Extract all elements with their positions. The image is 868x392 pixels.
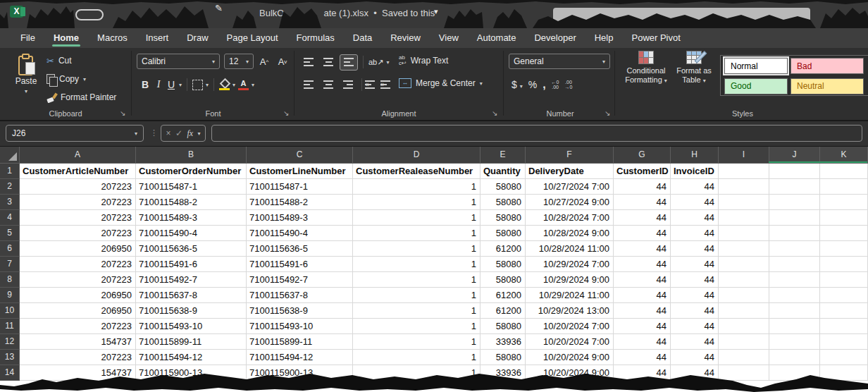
cell-A7[interactable]: 207223	[20, 257, 136, 272]
cell-I2[interactable]	[719, 179, 769, 195]
cell-E6[interactable]: 61200	[480, 241, 526, 257]
cell-K2[interactable]	[820, 179, 868, 195]
cell-H5[interactable]: 44	[671, 226, 719, 241]
number-dialog-launcher-icon[interactable]: ↘	[604, 109, 610, 117]
insert-function-icon[interactable]: fx	[187, 128, 193, 139]
cell-I3[interactable]	[719, 195, 769, 210]
align-top-button[interactable]	[300, 55, 317, 70]
cell-D13[interactable]: 1	[353, 350, 480, 365]
percent-button[interactable]: %	[528, 79, 537, 90]
row-header-12[interactable]: 12	[0, 334, 20, 350]
cell-F4[interactable]: 10/28/2024 7:00	[526, 210, 614, 226]
row-header-4[interactable]: 4	[0, 210, 20, 226]
orientation-chevron-icon[interactable]: ▾	[386, 59, 389, 66]
row-header-8[interactable]: 8	[0, 272, 20, 288]
row-header-13[interactable]: 13	[0, 350, 20, 365]
font-name-combo[interactable]: Calibri ▾	[137, 54, 220, 69]
conditional-formatting-button[interactable]: Conditional Formatting ▾	[621, 51, 671, 85]
cell-I10[interactable]	[719, 303, 769, 319]
column-header-D[interactable]: D	[353, 147, 480, 164]
tab-insert[interactable]: Insert	[137, 28, 178, 48]
tab-data[interactable]: Data	[344, 28, 381, 48]
cell-F6[interactable]: 10/28/2024 11:00	[526, 241, 614, 257]
cell-E9[interactable]: 61200	[480, 288, 526, 303]
cell-D11[interactable]: 1	[353, 319, 480, 334]
cell-E13[interactable]: 58080	[480, 350, 526, 365]
cell-F12[interactable]: 10/20/2024 7:00	[526, 334, 614, 350]
row-header-11[interactable]: 11	[0, 319, 20, 334]
cut-button[interactable]: ✂ Cut	[46, 54, 72, 68]
alignment-dialog-launcher-icon[interactable]: ↘	[492, 109, 497, 117]
row-header-14[interactable]: 14	[0, 365, 20, 381]
select-all-corner[interactable]	[0, 147, 20, 164]
tab-formulas[interactable]: Formulas	[287, 28, 344, 48]
search-box-remnant[interactable]	[553, 8, 810, 23]
cell-F1[interactable]: DeliveryDate	[526, 164, 614, 179]
cell-H2[interactable]: 44	[671, 179, 719, 195]
cell-E12[interactable]: 33936	[480, 334, 526, 350]
cell-C3[interactable]: 7100115488-2	[247, 195, 353, 210]
cell-C12[interactable]: 7100115899-11	[247, 334, 353, 350]
cell-G4[interactable]: 44	[614, 210, 671, 226]
excel-logo-icon[interactable]: X	[10, 6, 23, 18]
cell-J13[interactable]	[769, 350, 820, 365]
cell-I5[interactable]	[719, 226, 769, 241]
cell-F10[interactable]: 10/29/2024 13:00	[526, 303, 614, 319]
cell-J11[interactable]	[769, 319, 820, 334]
tab-page-layout[interactable]: Page Layout	[218, 28, 287, 48]
cell-style-normal[interactable]: Normal	[724, 58, 788, 74]
cell-J7[interactable]	[769, 257, 820, 272]
tab-automate[interactable]: Automate	[468, 28, 526, 48]
name-box[interactable]: J26 ▾	[6, 125, 144, 142]
borders-icon[interactable]	[192, 80, 203, 90]
cell-D7[interactable]: 1	[353, 257, 480, 272]
row-header-5[interactable]: 5	[0, 226, 20, 241]
cell-F7[interactable]: 10/29/2024 7:00	[526, 257, 614, 272]
cell-D1[interactable]: CustomerRealeaseNumber	[353, 164, 480, 179]
align-center-button[interactable]	[320, 78, 337, 92]
cell-K13[interactable]	[820, 350, 868, 365]
cell-H6[interactable]: 44	[671, 241, 719, 257]
cell-H11[interactable]: 44	[671, 319, 719, 334]
cell-A2[interactable]: 207223	[20, 179, 136, 195]
column-header-I[interactable]: I	[719, 147, 769, 164]
increase-decimal-button[interactable]: ←0.00	[552, 80, 559, 90]
cell-B13[interactable]: 7100115494-12	[136, 350, 247, 365]
fill-color-icon[interactable]	[219, 80, 230, 90]
cell-A12[interactable]: 154737	[20, 334, 136, 350]
cell-A6[interactable]: 206950	[20, 241, 136, 257]
cell-I9[interactable]	[719, 288, 769, 303]
decrease-decimal-button[interactable]: .00→0	[565, 80, 573, 90]
font-size-combo[interactable]: 12 ▾	[224, 54, 254, 69]
cell-D4[interactable]: 1	[353, 210, 480, 226]
cell-H10[interactable]: 44	[671, 303, 719, 319]
cell-F9[interactable]: 10/29/2024 11:00	[526, 288, 614, 303]
cell-A10[interactable]: 206950	[20, 303, 136, 319]
cell-D10[interactable]: 1	[353, 303, 480, 319]
cell-A8[interactable]: 207223	[20, 272, 136, 288]
cell-H4[interactable]: 44	[671, 210, 719, 226]
cell-G9[interactable]: 44	[614, 288, 671, 303]
cell-K12[interactable]	[820, 334, 868, 350]
cell-E3[interactable]: 58080	[480, 195, 526, 210]
cell-G8[interactable]: 44	[614, 272, 671, 288]
cell-J8[interactable]	[769, 272, 820, 288]
font-dialog-launcher-icon[interactable]: ↘	[283, 109, 289, 117]
cell-J4[interactable]	[769, 210, 820, 226]
cell-B6[interactable]: 7100115636-5	[136, 241, 247, 257]
cell-J2[interactable]	[769, 179, 820, 195]
cell-F14[interactable]: 10/20/2024 9:00	[526, 365, 614, 381]
cell-J14[interactable]	[769, 365, 820, 381]
tab-help[interactable]: Help	[585, 28, 623, 48]
cell-C10[interactable]: 7100115638-9	[247, 303, 353, 319]
title-chevron-icon[interactable]: ▾	[434, 7, 438, 16]
row-header-1[interactable]: 1	[0, 164, 20, 179]
cell-E1[interactable]: Quantity	[480, 164, 526, 179]
cell-K9[interactable]	[820, 288, 868, 303]
cell-K11[interactable]	[820, 319, 868, 334]
formula-bar-grip-icon[interactable]: ⋮	[150, 128, 158, 137]
cell-G13[interactable]: 44	[614, 350, 671, 365]
bold-button[interactable]: B	[140, 79, 151, 90]
cell-B10[interactable]: 7100115638-9	[136, 303, 247, 319]
cell-D6[interactable]: 1	[353, 241, 480, 257]
